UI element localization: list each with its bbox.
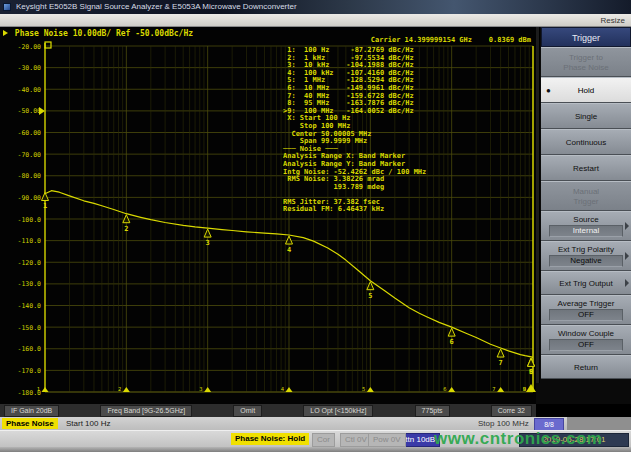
y-axis-tick-label: -150.0 [18,324,42,332]
menu-button-value: Negative [549,255,623,267]
menu-button-label: Continuous [566,138,606,147]
menu-button-label: Window Couple [558,329,614,338]
marker-bottom-flag-icon [286,387,293,392]
marker-bottom-number: 1 [37,386,40,392]
status-badge: Freq Band [9G-26.5GHz] [100,405,192,417]
marker-triangle-icon[interactable] [448,328,455,336]
trace-scale-label: Phase Noise 10.00dB/ Ref -50.00dBc/Hz [15,29,193,38]
y-axis-tick-label: -70.00 [18,151,42,159]
marker-bottom-flag-icon [42,387,49,392]
resize-button[interactable]: Resize [601,16,625,25]
marker-number-label: 9 [529,368,533,376]
menu-button-ext-trig-polarity[interactable]: Ext Trig PolarityNegative [541,241,631,271]
y-axis-tick-label: -40.00 [18,86,42,94]
y-axis-tick-label: -140.0 [18,302,42,310]
y-axis-tick-label: -90.00 [18,194,42,202]
y-axis-tick-label: -50.00 [18,107,42,115]
marker-triangle-icon[interactable] [204,229,211,237]
window-title: Keysight E5052B Signal Source Analyzer &… [16,2,297,11]
marker-bottom-number: 3 [199,386,202,392]
ref-level-arrow-icon [39,107,45,115]
marker-bottom-flag-icon [448,387,455,392]
menu-button-ext-trig-output[interactable]: Ext Trig Output [541,271,631,295]
y-axis-tick-label: -160.0 [18,345,42,353]
menu-button-value: OFF [549,339,623,351]
marker-number-label: 2 [124,225,128,233]
y-axis-tick-label: -170.0 [18,367,42,375]
marker-bottom-flag-icon [204,387,211,392]
stop-frequency-label: Stop 100 MHz [478,418,529,429]
menu-button-label: Source [573,215,598,224]
status-badge: IF Gain 20dB [4,405,59,417]
menu-button-label: Trigger [573,197,598,206]
menu-button-trigger-to-phase-noise: Trigger toPhase Noise [541,47,631,77]
y-axis-tick-label: -130.0 [18,280,42,288]
carrier-readout: Carrier 14.399999154 GHz 0.8369 dBm [371,36,531,44]
menu-button-restart[interactable]: Restart [541,155,631,181]
marker-5[interactable]: 55 [362,282,374,392]
status-bar-end-cap [567,417,631,430]
menu-button-label: Trigger to [569,53,603,62]
menu-button-value: OFF [549,309,623,321]
marker-bottom-flag-icon [497,387,504,392]
marker-number-label: 6 [450,338,454,346]
start-frequency-label: Start 100 Hz [66,418,110,429]
menu-button-continuous[interactable]: Continuous [541,129,631,155]
menu-button-average-trigger[interactable]: Average TriggerOFF [541,295,631,325]
marker-3[interactable]: 33 [199,229,211,392]
resize-bar[interactable]: Resize [0,14,631,27]
trace-header: Phase Noise 10.00dB/ Ref -50.00dBc/Hz [3,29,193,38]
menu-button-manual-trigger: ManualTrigger [541,181,631,211]
marker-4[interactable]: 44 [281,236,293,392]
instrument-taskbar: Phase Noise: Hold Attn 10dB 2019-05-28 1… [0,430,631,447]
instrument-screen: -20.00-30.00-40.00-50.00-60.00-70.00-80.… [0,27,536,404]
trace-start-flag-icon [45,42,51,48]
y-axis-tick-label: -30.00 [18,64,42,72]
marker-triangle-icon[interactable] [42,192,49,200]
marker-9[interactable]: 99 [523,358,536,392]
menu-button-label: Average Trigger [558,299,615,308]
channel-badge: Phase Noise [2,418,58,429]
menu-button-label: Ext Trig Polarity [558,245,614,254]
marker-number-label: 3 [206,239,210,247]
menu-button-return[interactable]: Return [541,355,631,379]
menu-button-window-couple[interactable]: Window CoupleOFF [541,325,631,355]
status-badge: 775pts [415,405,450,417]
y-axis-tick-label: -100.0 [18,216,42,224]
menu-button-label: Return [574,363,598,372]
menu-button-label: Restart [573,164,599,173]
y-axis-tick-label: -110.0 [18,237,42,245]
readout-line: 193.789 mdeg [283,184,426,192]
menu-body: Trigger toPhase Noise●HoldSingleContinuo… [541,47,631,379]
marker-number-label: 4 [287,246,291,254]
app-window: Keysight E5052B Signal Source Analyzer &… [0,0,631,452]
marker-bottom-number: 5 [362,386,365,392]
marker-number-label: 5 [368,292,372,300]
menu-button-label: Manual [573,187,599,196]
marker-triangle-icon[interactable] [286,236,293,244]
y-axis-tick-label: -60.00 [18,129,42,137]
marker-bottom-number: 2 [118,386,121,392]
marker-6[interactable]: 66 [443,328,455,392]
marker-bottom-flag-icon [526,384,536,392]
menu-left-strip [536,27,540,383]
menu-button-single[interactable]: Single [541,103,631,129]
marker-bottom-flag-icon [123,387,130,392]
menu-button-source[interactable]: SourceInternal [541,211,631,241]
menu-button-hold[interactable]: ●Hold [541,77,631,103]
y-axis-tick-label: -20.00 [18,43,42,51]
marker-bottom-number: 9 [523,386,526,392]
menu-button-label: Single [575,112,597,121]
menu-button-label: Phase Noise [563,63,608,72]
marker-number-label: 1 [43,202,47,210]
marker-bottom-number: 7 [492,386,495,392]
window-bottom-edge [0,447,631,452]
indicator-badge-pow-0v: Pow 0V [368,433,406,447]
marker-triangle-icon[interactable] [497,349,504,357]
marker-2[interactable]: 22 [118,215,130,392]
menu-button-label: Ext Trig Output [559,279,612,288]
status-badge: LO Opt [<150kHz] [303,405,373,417]
marker-bottom-number: 4 [281,386,285,392]
title-bar: Keysight E5052B Signal Source Analyzer &… [0,0,631,14]
selected-bullet-icon: ● [546,86,551,95]
